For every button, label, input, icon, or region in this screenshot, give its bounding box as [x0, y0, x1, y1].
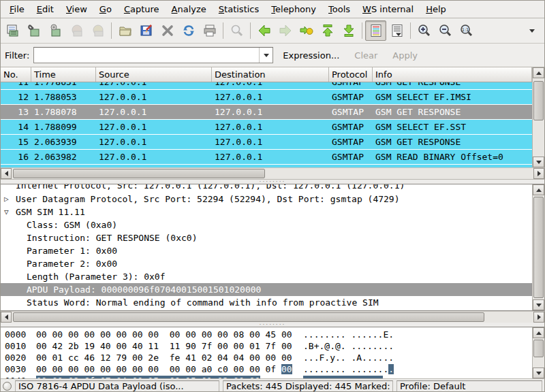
- toolbar-interfaces-button[interactable]: [3, 20, 24, 41]
- hex-row[interactable]: 001000 42 2b 19 40 00 40 11 11 90 7f 00 …: [5, 340, 532, 352]
- detail-line-length[interactable]: Length (Parameter 3): 0x0f: [1, 270, 532, 283]
- status-bar: ISO 7816-4 APDU Data Payload (iso... Pac…: [1, 378, 544, 392]
- scroll-left-button[interactable]: [1, 168, 12, 179]
- packet-row[interactable]: 16 2.063982 127.0.0.1 127.0.0.1 GSMTAP G…: [1, 150, 532, 165]
- clear-button[interactable]: Clear: [349, 48, 383, 63]
- scroll-down-button[interactable]: [533, 299, 544, 310]
- toolbar-separator: [223, 22, 223, 39]
- filter-dropdown-button[interactable]: [259, 48, 272, 63]
- toolbar-save-button[interactable]: [136, 20, 157, 41]
- toolbar-capture-start-button[interactable]: [45, 20, 66, 41]
- expander-open-icon[interactable]: ▽: [4, 206, 14, 218]
- cell-source: 127.0.0.1: [96, 107, 212, 117]
- menu-view[interactable]: View: [60, 2, 93, 16]
- menu-tools[interactable]: Tools: [322, 2, 356, 16]
- hex-ascii: ........ ......E.: [303, 329, 394, 340]
- toolbar-open-button[interactable]: [114, 20, 136, 41]
- detail-line-class[interactable]: Class: GSM (0xa0): [1, 218, 532, 231]
- detail-line-apdu-selected[interactable]: APDU Payload: 000000096f0704001500150102…: [1, 283, 532, 296]
- packet-list-header: No. Time Source Destination Protocol Inf…: [1, 67, 532, 82]
- packet-row[interactable]: 12 1.788053 127.0.0.1 127.0.0.1 GSMTAP G…: [1, 90, 532, 105]
- column-header-no[interactable]: No.: [1, 67, 31, 82]
- toolbar-reload-button[interactable]: [178, 20, 199, 41]
- detail-line-param2[interactable]: Parameter 2: 0x00: [1, 257, 532, 270]
- toolbar-forward-button[interactable]: [275, 20, 296, 41]
- toolbar-capture-stop-button[interactable]: [66, 20, 87, 41]
- packet-row[interactable]: 14 1.788099 127.0.0.1 127.0.0.1 GSMTAP G…: [1, 120, 532, 135]
- expander-closed-icon[interactable]: ▷: [4, 193, 14, 206]
- scrollbar-thumb[interactable]: [533, 340, 544, 357]
- details-vertical-scrollbar: [532, 184, 544, 310]
- toolbar-find-button[interactable]: [226, 20, 247, 41]
- toolbar-zoom-100-button[interactable]: 1:1: [456, 20, 477, 41]
- menu-statistics[interactable]: Statistics: [213, 2, 265, 16]
- status-profile[interactable]: Profile: Default: [396, 380, 542, 392]
- packet-row-partial[interactable]: 11 1.778651 127.0.0.1 127.0.0.1 GSMTAP G…: [1, 82, 532, 90]
- hex-row[interactable]: 000000 00 00 00 00 00 00 00 00 00 00 00 …: [5, 329, 532, 340]
- zoom-100-icon: 1:1: [459, 23, 474, 38]
- toolbar-overflow-button[interactable]: [521, 20, 542, 41]
- menu-file[interactable]: File: [3, 2, 31, 16]
- cell-info: GSM SELECT EF.SST: [373, 122, 532, 132]
- detail-line-status-word[interactable]: Status Word: Normal ending of command wi…: [1, 296, 532, 309]
- hex-offset: 0010: [5, 340, 36, 352]
- scrollbar-thumb[interactable]: [533, 81, 544, 120]
- filter-input[interactable]: [34, 48, 259, 63]
- toolbar-close-button[interactable]: [157, 20, 178, 41]
- toolbar-autoscroll-button[interactable]: [386, 20, 407, 41]
- detail-line-param1[interactable]: Parameter 1: 0x00: [1, 244, 532, 257]
- scroll-up-button[interactable]: [533, 327, 544, 338]
- column-header-info[interactable]: Info: [373, 67, 532, 82]
- column-header-source[interactable]: Source: [96, 67, 212, 82]
- goto-packet-icon: [299, 23, 314, 38]
- packet-row-selected[interactable]: 13 1.788078 127.0.0.1 127.0.0.1 GSMTAP G…: [1, 105, 532, 120]
- column-header-destination[interactable]: Destination: [212, 67, 329, 82]
- menu-go[interactable]: Go: [93, 2, 118, 16]
- toolbar-zoom-in-button[interactable]: [414, 20, 435, 41]
- packet-row[interactable]: 15 2.063939 127.0.0.1 127.0.0.1 GSMTAP G…: [1, 135, 532, 150]
- scroll-up-button[interactable]: [533, 184, 544, 195]
- scroll-right-button[interactable]: [533, 312, 544, 323]
- scrollbar-thumb[interactable]: [533, 197, 544, 298]
- toolbar-print-button[interactable]: [199, 20, 220, 41]
- menu-edit[interactable]: Edit: [31, 2, 60, 16]
- menu-capture[interactable]: Capture: [118, 2, 166, 16]
- column-header-protocol[interactable]: Protocol: [329, 67, 373, 82]
- toolbar-zoom-out-button[interactable]: [435, 20, 456, 41]
- column-header-time[interactable]: Time: [31, 67, 96, 82]
- scroll-left-button[interactable]: [1, 312, 12, 323]
- detail-line-ip[interactable]: Internet Protocol, Src: 127.0.0.1 (127.0…: [1, 184, 532, 192]
- menu-telephony[interactable]: Telephony: [265, 2, 322, 16]
- menu-analyze[interactable]: Analyze: [166, 2, 213, 16]
- toolbar-goto-top-button[interactable]: [317, 20, 338, 41]
- toolbar-goto-bottom-button[interactable]: [338, 20, 359, 41]
- scroll-right-button[interactable]: [533, 168, 544, 179]
- scroll-down-button[interactable]: [533, 157, 544, 167]
- cell-time: 1.788053: [31, 92, 96, 102]
- expert-info-icon[interactable]: [3, 382, 12, 391]
- toolbar-capture-options-button[interactable]: [24, 20, 45, 41]
- cell-source: 127.0.0.1: [96, 122, 212, 132]
- toolbar-separator: [250, 22, 251, 39]
- scrollbar-thumb[interactable]: [13, 169, 265, 178]
- detail-line-udp[interactable]: ▷User Datagram Protocol, Src Port: 52294…: [1, 193, 532, 206]
- toolbar-back-button[interactable]: [253, 20, 275, 41]
- menu-ws-internal[interactable]: WS internal: [356, 2, 420, 16]
- toolbar-capture-restart-button[interactable]: [87, 20, 108, 41]
- cell-source: 127.0.0.1: [96, 137, 212, 147]
- scrollbar-thumb[interactable]: [13, 312, 484, 322]
- hex-row[interactable]: 002000 01 cc 46 12 79 00 2e fe 41 02 04 …: [5, 352, 532, 363]
- detail-line-gsm-sim[interactable]: ▽GSM SIM 11.11: [1, 206, 532, 218]
- apply-button[interactable]: Apply: [387, 48, 423, 63]
- hex-offset: 0020: [5, 352, 36, 363]
- hex-row[interactable]: 003000 00 00 00 00 00 00 00 00 00 a0 c0 …: [5, 363, 532, 375]
- toolbar-goto-packet-button[interactable]: [296, 20, 317, 41]
- toolbar-colorize-button[interactable]: [365, 20, 386, 41]
- zoom-out-icon: [438, 23, 453, 38]
- scroll-up-button[interactable]: [533, 67, 544, 78]
- menu-help[interactable]: Help: [420, 2, 452, 16]
- filter-entry[interactable]: [33, 47, 273, 63]
- expression-button[interactable]: Expression...: [277, 48, 345, 63]
- detail-line-instruction[interactable]: Instruction: GET RESPONSE (0xc0): [1, 231, 532, 244]
- scroll-down-button[interactable]: [533, 368, 544, 378]
